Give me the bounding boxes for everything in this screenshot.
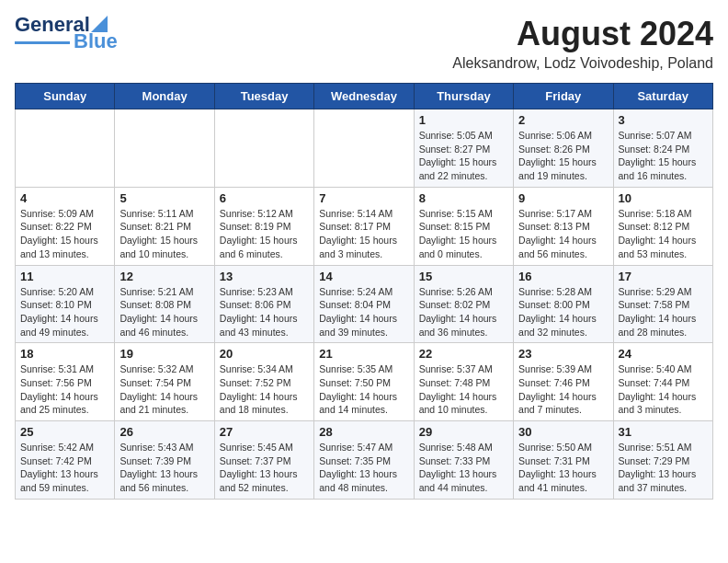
day-info: Sunrise: 5:21 AMSunset: 8:08 PMDaylight:… bbox=[119, 285, 209, 339]
calendar-cell: 30Sunrise: 5:50 AMSunset: 7:31 PMDayligh… bbox=[514, 421, 613, 500]
day-info: Sunrise: 5:39 AMSunset: 7:46 PMDaylight:… bbox=[518, 362, 608, 417]
day-number: 16 bbox=[518, 270, 608, 283]
day-number: 1 bbox=[419, 113, 508, 127]
day-number: 14 bbox=[319, 270, 408, 283]
calendar-cell: 2Sunrise: 5:06 AMSunset: 8:26 PMDaylight… bbox=[514, 109, 613, 188]
day-info: Sunrise: 5:31 AMSunset: 7:56 PMDaylight:… bbox=[20, 362, 109, 417]
calendar-cell: 26Sunrise: 5:43 AMSunset: 7:39 PMDayligh… bbox=[115, 421, 214, 500]
day-info: Sunrise: 5:28 AMSunset: 8:00 PMDaylight:… bbox=[518, 285, 608, 339]
day-number: 25 bbox=[20, 425, 109, 439]
day-info: Sunrise: 5:45 AMSunset: 7:37 PMDaylight:… bbox=[220, 441, 309, 495]
day-info: Sunrise: 5:07 AMSunset: 8:24 PMDaylight:… bbox=[619, 129, 708, 183]
day-info: Sunrise: 5:20 AMSunset: 8:10 PMDaylight:… bbox=[20, 285, 109, 339]
calendar-cell: 7Sunrise: 5:14 AMSunset: 8:17 PMDaylight… bbox=[314, 187, 414, 265]
day-info: Sunrise: 5:24 AMSunset: 8:04 PMDaylight:… bbox=[319, 285, 408, 339]
header-saturday: Saturday bbox=[613, 84, 712, 109]
day-number: 28 bbox=[319, 425, 408, 439]
day-info: Sunrise: 5:23 AMSunset: 8:06 PMDaylight:… bbox=[220, 285, 309, 339]
calendar-cell: 15Sunrise: 5:26 AMSunset: 8:02 PMDayligh… bbox=[414, 265, 513, 343]
calendar-cell: 14Sunrise: 5:24 AMSunset: 8:04 PMDayligh… bbox=[314, 265, 414, 343]
day-number: 2 bbox=[518, 113, 608, 127]
day-number: 7 bbox=[319, 191, 408, 205]
calendar-cell bbox=[16, 109, 115, 188]
day-info: Sunrise: 5:37 AMSunset: 7:48 PMDaylight:… bbox=[419, 362, 508, 417]
calendar-cell: 20Sunrise: 5:34 AMSunset: 7:52 PMDayligh… bbox=[214, 343, 313, 421]
day-info: Sunrise: 5:14 AMSunset: 8:17 PMDaylight:… bbox=[319, 207, 408, 261]
calendar-cell: 23Sunrise: 5:39 AMSunset: 7:46 PMDayligh… bbox=[514, 343, 613, 421]
header-monday: Monday bbox=[115, 84, 214, 109]
calendar-cell: 29Sunrise: 5:48 AMSunset: 7:33 PMDayligh… bbox=[414, 421, 513, 500]
day-number: 20 bbox=[220, 347, 309, 361]
logo-line bbox=[15, 41, 70, 44]
calendar-cell: 11Sunrise: 5:20 AMSunset: 8:10 PMDayligh… bbox=[16, 265, 115, 343]
day-number: 31 bbox=[619, 425, 708, 439]
day-info: Sunrise: 5:09 AMSunset: 8:22 PMDaylight:… bbox=[20, 207, 109, 261]
day-number: 26 bbox=[119, 425, 209, 439]
calendar-cell: 16Sunrise: 5:28 AMSunset: 8:00 PMDayligh… bbox=[514, 265, 613, 343]
day-info: Sunrise: 5:06 AMSunset: 8:26 PMDaylight:… bbox=[518, 129, 608, 183]
day-info: Sunrise: 5:40 AMSunset: 7:44 PMDaylight:… bbox=[619, 362, 708, 417]
day-number: 29 bbox=[419, 425, 508, 439]
day-info: Sunrise: 5:05 AMSunset: 8:27 PMDaylight:… bbox=[419, 129, 508, 183]
day-number: 17 bbox=[619, 270, 708, 283]
header-tuesday: Tuesday bbox=[214, 84, 313, 109]
day-number: 4 bbox=[20, 191, 109, 205]
day-number: 12 bbox=[119, 270, 209, 283]
calendar-cell: 18Sunrise: 5:31 AMSunset: 7:56 PMDayligh… bbox=[16, 343, 115, 421]
day-info: Sunrise: 5:32 AMSunset: 7:54 PMDaylight:… bbox=[119, 362, 209, 417]
calendar-cell: 22Sunrise: 5:37 AMSunset: 7:48 PMDayligh… bbox=[414, 343, 513, 421]
header-friday: Friday bbox=[514, 84, 613, 109]
day-info: Sunrise: 5:26 AMSunset: 8:02 PMDaylight:… bbox=[419, 285, 508, 339]
calendar-cell: 17Sunrise: 5:29 AMSunset: 7:58 PMDayligh… bbox=[613, 265, 712, 343]
calendar-cell: 24Sunrise: 5:40 AMSunset: 7:44 PMDayligh… bbox=[613, 343, 712, 421]
calendar-cell bbox=[314, 109, 414, 188]
calendar-cell: 6Sunrise: 5:12 AMSunset: 8:19 PMDaylight… bbox=[214, 187, 313, 265]
day-number: 24 bbox=[619, 347, 708, 361]
calendar-cell: 12Sunrise: 5:21 AMSunset: 8:08 PMDayligh… bbox=[115, 265, 214, 343]
day-number: 13 bbox=[220, 270, 309, 283]
day-info: Sunrise: 5:42 AMSunset: 7:42 PMDaylight:… bbox=[20, 441, 109, 495]
logo: General Blue bbox=[15, 15, 118, 52]
subtitle: Aleksandrow, Lodz Voivodeship, Poland bbox=[452, 55, 713, 72]
day-info: Sunrise: 5:51 AMSunset: 7:29 PMDaylight:… bbox=[619, 441, 708, 495]
calendar-week-2: 4Sunrise: 5:09 AMSunset: 8:22 PMDaylight… bbox=[16, 187, 713, 265]
day-number: 19 bbox=[119, 347, 209, 361]
day-number: 9 bbox=[518, 191, 608, 205]
calendar-cell: 25Sunrise: 5:42 AMSunset: 7:42 PMDayligh… bbox=[16, 421, 115, 500]
calendar-cell bbox=[115, 109, 214, 188]
day-info: Sunrise: 5:12 AMSunset: 8:19 PMDaylight:… bbox=[220, 207, 309, 261]
calendar-cell: 10Sunrise: 5:18 AMSunset: 8:12 PMDayligh… bbox=[613, 187, 712, 265]
header: General Blue August 2024 Aleksandrow, Lo… bbox=[15, 15, 713, 72]
calendar-cell: 3Sunrise: 5:07 AMSunset: 8:24 PMDaylight… bbox=[613, 109, 712, 188]
day-info: Sunrise: 5:15 AMSunset: 8:15 PMDaylight:… bbox=[419, 207, 508, 261]
calendar-cell: 21Sunrise: 5:35 AMSunset: 7:50 PMDayligh… bbox=[314, 343, 414, 421]
calendar-cell: 28Sunrise: 5:47 AMSunset: 7:35 PMDayligh… bbox=[314, 421, 414, 500]
day-info: Sunrise: 5:47 AMSunset: 7:35 PMDaylight:… bbox=[319, 441, 408, 495]
calendar-cell: 9Sunrise: 5:17 AMSunset: 8:13 PMDaylight… bbox=[514, 187, 613, 265]
day-info: Sunrise: 5:48 AMSunset: 7:33 PMDaylight:… bbox=[419, 441, 508, 495]
day-number: 6 bbox=[220, 191, 309, 205]
calendar-week-4: 18Sunrise: 5:31 AMSunset: 7:56 PMDayligh… bbox=[16, 343, 713, 421]
day-info: Sunrise: 5:35 AMSunset: 7:50 PMDaylight:… bbox=[319, 362, 408, 417]
header-wednesday: Wednesday bbox=[314, 84, 414, 109]
day-info: Sunrise: 5:43 AMSunset: 7:39 PMDaylight:… bbox=[119, 441, 209, 495]
day-number: 18 bbox=[20, 347, 109, 361]
calendar-cell: 19Sunrise: 5:32 AMSunset: 7:54 PMDayligh… bbox=[115, 343, 214, 421]
day-number: 5 bbox=[119, 191, 209, 205]
day-number: 3 bbox=[619, 113, 708, 127]
day-number: 10 bbox=[619, 191, 708, 205]
calendar-week-5: 25Sunrise: 5:42 AMSunset: 7:42 PMDayligh… bbox=[16, 421, 713, 500]
day-number: 21 bbox=[319, 347, 408, 361]
day-info: Sunrise: 5:34 AMSunset: 7:52 PMDaylight:… bbox=[220, 362, 309, 417]
title-area: August 2024 Aleksandrow, Lodz Voivodeshi… bbox=[452, 15, 713, 72]
day-info: Sunrise: 5:17 AMSunset: 8:13 PMDaylight:… bbox=[518, 207, 608, 261]
calendar-cell: 8Sunrise: 5:15 AMSunset: 8:15 PMDaylight… bbox=[414, 187, 513, 265]
calendar-week-1: 1Sunrise: 5:05 AMSunset: 8:27 PMDaylight… bbox=[16, 109, 713, 188]
day-info: Sunrise: 5:11 AMSunset: 8:21 PMDaylight:… bbox=[119, 207, 209, 261]
day-number: 11 bbox=[20, 270, 109, 283]
calendar-cell: 1Sunrise: 5:05 AMSunset: 8:27 PMDaylight… bbox=[414, 109, 513, 188]
header-thursday: Thursday bbox=[414, 84, 513, 109]
calendar-header-row: SundayMondayTuesdayWednesdayThursdayFrid… bbox=[16, 84, 713, 109]
calendar-table: SundayMondayTuesdayWednesdayThursdayFrid… bbox=[15, 83, 713, 500]
header-sunday: Sunday bbox=[16, 84, 115, 109]
